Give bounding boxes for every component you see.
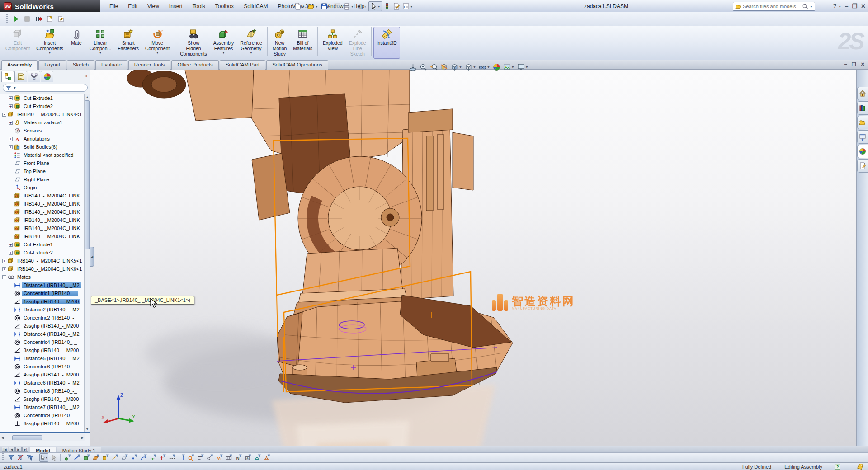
exploded-view-button[interactable]: ExplodedView: [320, 27, 346, 59]
filter-center-marks-button[interactable]: [158, 453, 167, 462]
tree-item[interactable]: 2ssghp (IRB140_-_M200: [0, 322, 84, 330]
featuremanager-tab[interactable]: [1, 70, 14, 82]
tags-button[interactable]: [846, 464, 868, 470]
filter-datums-button[interactable]: A: [243, 453, 252, 462]
solidworks-resources-tab[interactable]: [857, 87, 868, 100]
filter-centerlines-button[interactable]: [167, 453, 176, 462]
tree-item[interactable]: +Mates in zadaca1: [0, 118, 84, 127]
menu-toolbox[interactable]: Toolbox: [210, 1, 239, 12]
tree-item[interactable]: -IRB140_-_M2004C_LINK4<1: [0, 110, 84, 118]
filter-surface-bodies-button[interactable]: [91, 453, 100, 462]
filter-dimensions-button[interactable]: [177, 453, 186, 462]
filter-edges-button[interactable]: [72, 453, 81, 462]
tree-item[interactable]: +Cut-Extrude1: [0, 240, 84, 249]
scroll-left-icon[interactable]: ◀: [1, 435, 4, 441]
options-button[interactable]: ▼: [401, 1, 414, 11]
expand-toggle-icon[interactable]: -: [2, 275, 6, 279]
filter-balloons-button[interactable]: [205, 453, 214, 462]
edit-macro-button[interactable]: [56, 14, 66, 24]
tree-item[interactable]: +Cut-Extrude2: [0, 249, 84, 257]
tree-item[interactable]: IRB140_-_M2004C_LINK: [0, 224, 84, 232]
tree-item[interactable]: Distance2 (IRB140_-_M2: [0, 306, 84, 314]
tab-assembly[interactable]: Assembly: [1, 60, 38, 70]
edit-appearance-button[interactable]: [492, 63, 501, 71]
tree-item[interactable]: Concentric6 (IRB140_-_: [0, 362, 84, 371]
tree-item[interactable]: 5ssghp (IRB140_-_M200: [0, 395, 84, 403]
select-button[interactable]: ▼: [368, 1, 382, 11]
graphics-viewport[interactable]: 智造资料网 MANUFACTURING DATA _BASE<1>,IRB140…: [90, 70, 857, 446]
previous-tab-button[interactable]: ◀: [9, 446, 15, 452]
display-style-button[interactable]: ▼: [464, 63, 476, 71]
configurationmanager-tab[interactable]: [28, 70, 40, 82]
tree-item[interactable]: Right Plane: [0, 175, 84, 183]
restore-button[interactable]: ❐: [852, 2, 857, 10]
tab-solidcam-part[interactable]: SolidCAM Part: [220, 60, 265, 70]
tree-item[interactable]: +AAnnotations: [0, 135, 84, 143]
menu-tools[interactable]: Tools: [188, 1, 210, 12]
new-macro-button[interactable]: [45, 14, 55, 24]
robot-assembly-model[interactable]: [90, 70, 857, 446]
filter-chevron-icon[interactable]: ▼: [13, 86, 16, 89]
expand-toggle-icon[interactable]: +: [2, 259, 6, 263]
tree-item[interactable]: 4ssghp (IRB140_-_M200: [0, 371, 84, 379]
show-hidden-components-button[interactable]: ShowHiddenComponents: [177, 27, 210, 59]
next-tab-button[interactable]: ▶: [15, 446, 22, 452]
search-icon[interactable]: [802, 3, 808, 9]
last-tab-button[interactable]: ▶|: [22, 446, 28, 452]
quick-tips-button[interactable]: ?: [829, 464, 846, 470]
zoom-to-fit-button[interactable]: [409, 63, 417, 71]
tree-hscrollbar-thumb[interactable]: [12, 435, 42, 440]
tab-office-products[interactable]: Office Products: [171, 60, 218, 70]
tree-filter-field[interactable]: ▼: [3, 84, 88, 92]
panel-splitter-handle[interactable]: ◀: [90, 247, 94, 267]
tree-item[interactable]: IRB140_-_M2004C_LINK: [0, 216, 84, 224]
toggle-selection-filters-button[interactable]: [6, 453, 15, 462]
filter-faces-button[interactable]: [82, 453, 91, 462]
insert-components-button[interactable]: InsertComponents▼: [33, 27, 66, 59]
design-library-tab[interactable]: [857, 101, 868, 115]
stop-macro-button[interactable]: [22, 14, 32, 24]
select-all-filters-button[interactable]: [25, 453, 34, 462]
assembly-features-button[interactable]: AssemblyFeatures▼: [210, 27, 237, 59]
tree-item[interactable]: +IRB140_-_M2004C_LINK6<1: [0, 265, 84, 273]
filter-annotations-button[interactable]: [196, 453, 205, 462]
zoom-to-area-button[interactable]: [419, 63, 428, 71]
tree-scrollbar-thumb[interactable]: [85, 100, 90, 249]
expand-toggle-icon[interactable]: +: [2, 267, 6, 271]
filter-surface-finish-symbols-button[interactable]: [253, 453, 262, 462]
filter-weld-beads-button[interactable]: [262, 453, 271, 462]
rebuild-button[interactable]: [382, 1, 392, 11]
expand-toggle-icon[interactable]: +: [9, 251, 13, 255]
toolbar-grip[interactable]: [2, 453, 4, 462]
doc-minimize-button[interactable]: –: [844, 61, 847, 67]
first-tab-button[interactable]: |◀: [2, 446, 8, 452]
scroll-up-icon[interactable]: ▲: [85, 94, 90, 100]
file-properties-button[interactable]: [392, 1, 401, 11]
tree-item[interactable]: IRB140_-_M2004C_LINK: [0, 192, 84, 200]
tree-item[interactable]: Concentric2 (IRB140_-_: [0, 314, 84, 322]
tree-item[interactable]: -Mates: [0, 273, 84, 281]
view-palette-tab[interactable]: [857, 130, 868, 144]
instant3d-button[interactable]: Instant3D: [373, 27, 400, 59]
doc-restore-button[interactable]: ❐: [852, 61, 856, 67]
previous-view-button[interactable]: [429, 63, 438, 71]
displaymanager-tab[interactable]: [41, 70, 53, 82]
panel-splitter-line[interactable]: [0, 432, 90, 433]
filter-midpoints-button[interactable]: [148, 453, 157, 462]
filter-vertices-button[interactable]: [63, 453, 72, 462]
smart-fasteners-button[interactable]: SmartFasteners: [114, 27, 142, 59]
tree-item[interactable]: Concentric9 (IRB140_-_: [0, 411, 84, 419]
tree-item[interactable]: Distance5 (IRB140_-_M2: [0, 354, 84, 362]
reference-geometry-button[interactable]: ReferenceGeometry▼: [237, 27, 265, 59]
select-tool-button[interactable]: ▼: [39, 453, 48, 462]
tree-item[interactable]: Distance4 (IRB140_-_M2: [0, 330, 84, 338]
filter-gtol-button[interactable]: [224, 453, 233, 462]
save-button[interactable]: ▼: [320, 1, 332, 11]
open-document-button[interactable]: ▼: [307, 1, 319, 11]
tree-item[interactable]: IRB140_-_M2004C_LINK: [0, 232, 84, 240]
tree-item[interactable]: Distance1 (IRB140_-_M2: [0, 281, 84, 289]
tree-item[interactable]: +Cut-Extrude2: [0, 102, 84, 110]
record-pause-macro-button[interactable]: [33, 14, 43, 24]
tree-item[interactable]: 6ssghp (IRB140_-_M200: [0, 419, 84, 428]
move-component-button[interactable]: MoveComponent▼: [142, 27, 173, 59]
